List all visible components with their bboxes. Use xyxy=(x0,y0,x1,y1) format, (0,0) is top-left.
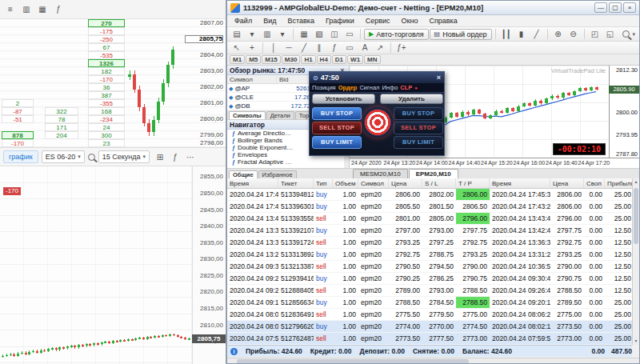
terminal-column-3[interactable]: Объем xyxy=(333,178,358,188)
instrument-select[interactable]: ES 06-20 ▾ xyxy=(42,150,85,163)
crosshair-icon[interactable]: + xyxy=(245,42,259,54)
terminal-icon[interactable]: ▭ xyxy=(342,28,357,41)
arrow-icon[interactable]: ↗ xyxy=(373,42,387,54)
search-icon[interactable] xyxy=(622,30,630,38)
zoom-in-icon[interactable]: ⊕ xyxy=(551,28,566,41)
terminal-column-9[interactable]: Цена xyxy=(550,178,584,188)
menu-item-1[interactable]: Вид xyxy=(258,15,282,27)
market-watch-tab-1[interactable]: Детали xyxy=(266,111,294,119)
history-row[interactable]: 2020.04.24 13:41:055133935584sell1.00epm… xyxy=(227,213,632,225)
terminal-column-5[interactable]: Цена xyxy=(389,178,422,188)
grid-icon[interactable]: ⊞ xyxy=(153,150,167,163)
terminal-column-2[interactable]: Тип xyxy=(314,178,333,188)
functions-icon[interactable]: ƒ xyxy=(168,150,182,163)
text-icon[interactable]: A xyxy=(358,42,372,54)
scrollbar-thumb[interactable] xyxy=(237,359,469,364)
new-order-button[interactable]: ▤ Новый ордер xyxy=(430,29,492,40)
sell-stop-button[interactable]: SELL STOP xyxy=(312,122,362,134)
close-button[interactable]: × xyxy=(623,2,636,13)
terminal-column-1[interactable]: Тикет xyxy=(278,178,314,188)
delete-buy-stop-button[interactable]: BUY STOP xyxy=(394,107,443,120)
chart-tab-1[interactable]: EPM20,M10 xyxy=(409,169,458,178)
terminal-column-6[interactable]: S / L xyxy=(422,178,456,188)
mw-column-0[interactable]: Символ xyxy=(227,75,277,83)
search-icon[interactable] xyxy=(88,154,95,161)
terminal-column-8[interactable]: Время xyxy=(490,178,550,188)
timeframe-m5[interactable]: M5 xyxy=(246,55,261,64)
shapes-icon[interactable]: ▭ xyxy=(342,42,357,54)
terminal-column-10[interactable]: Своп xyxy=(584,178,605,188)
indicators-icon[interactable]: ƒ+ xyxy=(394,42,409,54)
menu-item-0[interactable]: Файл xyxy=(229,15,258,27)
footprint-ladder[interactable]: 2702807,00-175-2502805,7567-5352804,0013… xyxy=(0,19,226,147)
timeframe-h1[interactable]: H1 xyxy=(301,55,315,64)
delete-sell-stop-button[interactable]: SELL STOP xyxy=(394,122,443,134)
window-titlebar[interactable]: 1132999 - AMPGlobalEU-Demo: Демо-счет - … xyxy=(227,1,639,15)
terminal-column-11[interactable]: Прибыль xyxy=(605,178,634,188)
menu-item-6[interactable]: Справка xyxy=(423,15,462,27)
scroll-down-icon[interactable]: ▼ xyxy=(633,338,639,345)
navigator-icon[interactable]: ◫ xyxy=(327,28,342,41)
timeframe-d1[interactable]: D1 xyxy=(332,55,346,64)
timeframe-m1[interactable]: M1 xyxy=(230,55,245,64)
menu-icon[interactable]: ≡ xyxy=(3,3,18,16)
ea-tab-2[interactable]: Сигнал xyxy=(359,84,379,91)
ea-panel-titlebar[interactable]: ⊙ 47:50 × xyxy=(310,72,444,83)
terminal-column-4[interactable]: Символ xyxy=(358,178,389,188)
ea-tab-0[interactable]: Позиция xyxy=(312,84,336,91)
price-chart-plot[interactable] xyxy=(0,166,192,364)
minimize-button[interactable]: — xyxy=(594,2,607,13)
history-row[interactable]: 2020.04.24 17:40:125133963011buy1.00epm2… xyxy=(227,201,632,213)
timeframe-m15[interactable]: M15 xyxy=(262,55,281,64)
history-row[interactable]: 2020.04.24 09:28:035129394166buy1.00epm2… xyxy=(227,273,632,285)
history-row[interactable]: 2020.04.24 07:55:025127624871sell1.00epm… xyxy=(227,333,632,345)
history-row[interactable]: 2020.04.24 13:38:545133921076buy1.00epm2… xyxy=(227,225,632,237)
history-row[interactable]: 2020.04.24 09:15:485128566342buy1.00epm2… xyxy=(227,297,632,309)
indicator-icon[interactable]: ƒ xyxy=(51,3,66,16)
buy-stop-button[interactable]: BUY STOP xyxy=(312,107,362,120)
chevron-down-icon[interactable]: ▾ xyxy=(245,28,259,41)
chart-tab-0[interactable]: MESM20,M10 xyxy=(353,169,408,178)
navigator-tab-1[interactable]: Избранное xyxy=(258,170,297,178)
horizontal-line-icon[interactable]: ─ xyxy=(282,42,296,54)
terminal-column-0[interactable]: Время xyxy=(227,178,278,188)
more-icon[interactable]: ⋯ xyxy=(183,150,198,163)
terminal-column-7[interactable]: T / P xyxy=(456,178,490,188)
timeframe-mn[interactable]: MN xyxy=(364,55,380,64)
history-row[interactable]: 2020.04.24 13:33:205133917245sell1.00epm… xyxy=(227,237,632,249)
history-row[interactable]: 2020.04.24 08:04:315128364918sell1.00epm… xyxy=(227,309,632,321)
chart-mode-icon[interactable]: ▥ xyxy=(19,3,34,16)
delete-orders-button[interactable]: Удалить xyxy=(380,94,443,104)
new-chart-icon[interactable]: ▤ xyxy=(230,28,244,41)
chevron-down-icon[interactable]: ▾ xyxy=(632,31,635,38)
bars-chart-icon[interactable]: ┃┃ xyxy=(499,28,514,41)
maximize-button[interactable]: ▢ xyxy=(609,2,622,13)
set-orders-button[interactable]: Установить xyxy=(312,94,375,104)
timeframe-h4[interactable]: H4 xyxy=(317,55,331,64)
timeframe-m30[interactable]: M30 xyxy=(282,55,301,64)
market-watch-tab-0[interactable]: Символы xyxy=(229,111,266,119)
line-chart-icon[interactable]: ╱ xyxy=(530,28,544,41)
history-row[interactable]: 2020.04.24 17:43:415133948127buy1.00epm2… xyxy=(227,189,632,201)
menu-item-3[interactable]: Графики xyxy=(320,15,360,27)
navigator-item[interactable]: ƒFractal Adaptive Moving Average xyxy=(227,158,349,166)
scrollbar-thumb[interactable] xyxy=(634,188,638,244)
delete-buy-limit-button[interactable]: BUY LIMIT xyxy=(394,136,443,149)
market-watch-icon[interactable]: ▦ xyxy=(297,28,311,41)
tile-windows-icon[interactable]: ◰ xyxy=(588,28,602,41)
zoom-out-icon[interactable]: ⊖ xyxy=(566,28,581,41)
chart-tab[interactable]: график xyxy=(3,150,38,163)
ea-tab-4[interactable]: CLP xyxy=(400,84,412,91)
layout-grid-icon[interactable]: ▦ xyxy=(35,3,50,16)
cursor-icon[interactable]: ↖ xyxy=(230,42,244,54)
timeframe-w1[interactable]: W1 xyxy=(347,55,363,64)
chevron-down-icon[interactable]: ▾ xyxy=(275,28,290,41)
menu-item-5[interactable]: Окно xyxy=(396,15,424,27)
terminal-scrollbar[interactable]: ▲ ▼ xyxy=(632,178,639,345)
auto-trading-button[interactable]: ▶ Авто-торговля xyxy=(364,29,429,40)
menu-item-2[interactable]: Вставка xyxy=(282,15,319,27)
close-icon[interactable]: × xyxy=(437,74,441,82)
data-window-icon[interactable]: ▧ xyxy=(312,28,326,41)
history-row[interactable]: 2020.04.24 09:22:175128884053sell1.00epm… xyxy=(227,285,632,297)
cascade-windows-icon[interactable]: ◱ xyxy=(603,28,618,41)
